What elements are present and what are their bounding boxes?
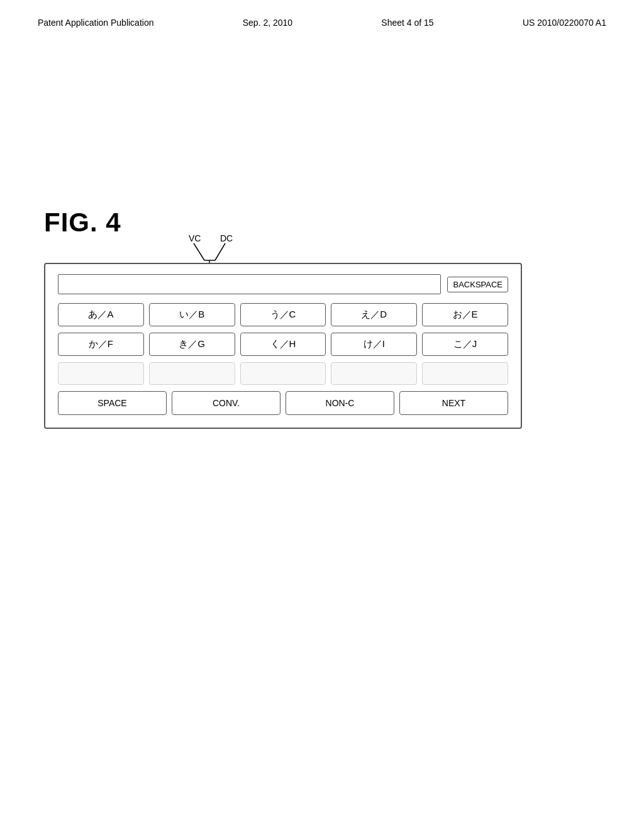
header-sheet: Sheet 4 of 15: [381, 18, 433, 28]
display-row: BACKSPACE: [58, 274, 508, 294]
keys-row-1: あ／A い／B う／C え／D お／E: [58, 303, 508, 326]
hidden-key-4: [331, 362, 417, 385]
svg-line-2: [194, 243, 204, 260]
keyboard-diagram: VC DC BACKSPACE あ／A い／B う／C え／D お／E か／F …: [44, 233, 522, 429]
key-a[interactable]: あ／A: [58, 303, 144, 326]
hidden-key-2: [149, 362, 235, 385]
backspace-button[interactable]: BACKSPACE: [447, 277, 508, 292]
next-button[interactable]: NEXT: [399, 391, 508, 415]
svg-text:VC: VC: [189, 233, 201, 243]
non-c-button[interactable]: NON-C: [286, 391, 394, 415]
hidden-key-3: [240, 362, 326, 385]
header-publication: Patent Application Publication: [38, 18, 153, 28]
hidden-key-1: [58, 362, 144, 385]
hidden-keys-row: [58, 362, 508, 385]
header-patent-number: US 2010/0220070 A1: [523, 18, 606, 28]
key-e[interactable]: お／E: [422, 303, 508, 326]
header-date: Sep. 2, 2010: [243, 18, 292, 28]
key-h[interactable]: く／H: [240, 333, 326, 356]
key-i[interactable]: け／I: [331, 333, 417, 356]
key-g[interactable]: き／G: [149, 333, 235, 356]
key-d[interactable]: え／D: [331, 303, 417, 326]
key-j[interactable]: こ／J: [422, 333, 508, 356]
svg-text:DC: DC: [220, 233, 233, 243]
key-c[interactable]: う／C: [240, 303, 326, 326]
vc-dc-arrows: VC DC: [170, 233, 308, 264]
key-f[interactable]: か／F: [58, 333, 144, 356]
key-b[interactable]: い／B: [149, 303, 235, 326]
bottom-buttons-row: SPACE CONV. NON-C NEXT: [58, 391, 508, 415]
svg-line-3: [215, 243, 225, 260]
keyboard-outer-border: BACKSPACE あ／A い／B う／C え／D お／E か／F き／G く／…: [44, 263, 522, 429]
space-button[interactable]: SPACE: [58, 391, 167, 415]
conv-button[interactable]: CONV.: [172, 391, 280, 415]
keys-row-2: か／F き／G く／H け／I こ／J: [58, 333, 508, 356]
page-header: Patent Application Publication Sep. 2, 2…: [0, 0, 644, 28]
hidden-key-5: [422, 362, 508, 385]
display-box: [58, 274, 441, 294]
